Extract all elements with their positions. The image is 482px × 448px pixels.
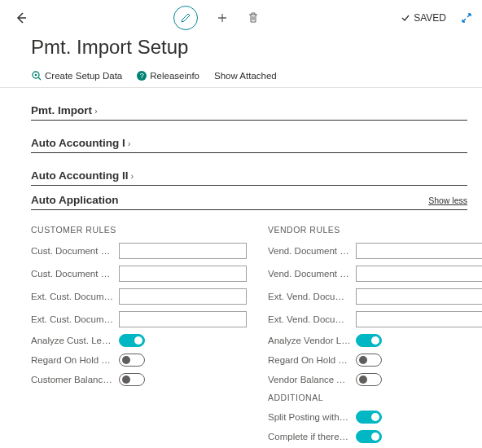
cust-balance-toggle[interactable] xyxy=(119,373,145,386)
field-label: Analyze Vendor Ledg... xyxy=(268,336,356,345)
fasttab-pmt-import[interactable]: Pmt. Import › xyxy=(31,96,467,121)
vend-balance-toggle[interactable] xyxy=(356,373,382,386)
saved-label: SAVED xyxy=(414,12,446,24)
field-label: Ext. Cust. Document ... xyxy=(31,292,119,301)
field-label: Vendor Balance Appli... xyxy=(268,375,356,384)
field-label: Customer Balance Ap... xyxy=(31,375,119,384)
plus-icon xyxy=(217,12,228,24)
cust-doc-2-input[interactable] xyxy=(119,266,247,282)
new-button[interactable] xyxy=(216,11,229,24)
field-cust-onhold: Regard On Hold on C... xyxy=(31,354,247,367)
action-create-setup-data[interactable]: Create Setup Data xyxy=(31,70,122,81)
fasttab-title: Auto Accounting II xyxy=(31,169,128,182)
split-posting-toggle[interactable] xyxy=(356,411,382,424)
edit-button[interactable] xyxy=(173,6,198,30)
fasttab-title: Auto Accounting I xyxy=(31,137,125,149)
field-label: Cust. Document No. ... xyxy=(31,269,119,279)
field-split-posting: Split Posting with Ext... xyxy=(268,411,482,424)
field-cust-doc-1: Cust. Document No. ... xyxy=(31,243,247,259)
question-icon: ? xyxy=(137,71,147,81)
arrow-left-icon xyxy=(15,11,28,24)
ext-cust-doc-2-input[interactable] xyxy=(119,311,247,327)
chevron-right-icon: › xyxy=(94,106,98,116)
field-analyze-vend: Analyze Vendor Ledg... xyxy=(268,334,482,347)
group-vendor-rules: VENDOR RULES xyxy=(268,225,482,235)
vend-onhold-toggle[interactable] xyxy=(356,354,382,367)
action-label: Show Attached xyxy=(214,71,277,81)
vend-doc-1-input[interactable] xyxy=(356,243,482,259)
field-label: Cust. Document No. ... xyxy=(31,246,119,256)
field-vend-doc-2: Vend. Document No. ... xyxy=(268,266,482,282)
field-vend-onhold: Regard On Hold on V... xyxy=(268,354,482,367)
customer-column: CUSTOMER RULES Cust. Document No. ... Cu… xyxy=(31,220,247,448)
field-ext-vend-doc-1: Ext. Vend. Document ... xyxy=(268,288,482,305)
chevron-right-icon: › xyxy=(130,171,134,181)
top-center-actions xyxy=(33,6,401,30)
chevron-right-icon: › xyxy=(128,138,131,148)
auto-application-columns: CUSTOMER RULES Cust. Document No. ... Cu… xyxy=(31,220,467,448)
vendor-column: VENDOR RULES Vend. Document No. ... Vend… xyxy=(268,220,482,448)
fasttab-auto-accounting-2[interactable]: Auto Accounting II › xyxy=(31,161,467,186)
field-ext-vend-doc-2: Ext. Vend. Document ... xyxy=(268,311,482,327)
fasttab-title: Pmt. Import xyxy=(31,104,92,116)
action-bar: Create Setup Data ? Releaseinfo Show Att… xyxy=(0,70,482,88)
content-area: Pmt. Import › Auto Accounting I › Auto A… xyxy=(0,88,482,448)
field-ext-cust-doc-2: Ext. Cust. Document ... xyxy=(31,311,247,327)
action-show-attached[interactable]: Show Attached xyxy=(214,70,277,81)
delete-button[interactable] xyxy=(247,11,260,24)
top-bar: SAVED xyxy=(0,0,482,36)
group-additional: ADDITIONAL xyxy=(268,393,482,402)
field-label: Vend. Document No. ... xyxy=(268,269,356,279)
field-label: Analyze Cust. Ledger ... xyxy=(31,336,119,345)
vend-doc-2-input[interactable] xyxy=(356,266,482,282)
analyze-vend-toggle[interactable] xyxy=(356,334,382,347)
cust-doc-1-input[interactable] xyxy=(119,243,247,259)
check-icon xyxy=(401,13,410,23)
page-title: Pmt. Import Setup xyxy=(0,36,482,70)
field-label: Ext. Vend. Document ... xyxy=(268,292,356,301)
pencil-icon xyxy=(180,12,191,24)
field-analyze-cust: Analyze Cust. Ledger ... xyxy=(31,334,247,347)
field-label: Regard On Hold on V... xyxy=(268,355,356,365)
field-label: Ext. Cust. Document ... xyxy=(31,314,119,324)
fasttab-auto-accounting-1[interactable]: Auto Accounting I › xyxy=(31,129,467,153)
trash-icon xyxy=(248,12,258,24)
field-label: Ext. Vend. Document ... xyxy=(268,314,356,324)
field-cust-doc-2: Cust. Document No. ... xyxy=(31,266,247,282)
cust-onhold-toggle[interactable] xyxy=(119,354,145,367)
action-releaseinfo[interactable]: ? Releaseinfo xyxy=(137,70,199,81)
section-title: Auto Application xyxy=(31,194,119,206)
back-button[interactable] xyxy=(10,7,33,29)
field-cust-balance: Customer Balance Ap... xyxy=(31,373,247,386)
gear-play-icon xyxy=(31,70,42,81)
expand-button[interactable] xyxy=(461,12,472,24)
section-auto-application: Auto Application Show less xyxy=(31,194,467,210)
field-label: Split Posting with Ext... xyxy=(268,412,356,422)
complete-if-toggle[interactable] xyxy=(356,430,382,443)
ext-vend-doc-1-input[interactable] xyxy=(356,288,482,305)
field-complete-if: Complete if there is a... xyxy=(268,430,482,443)
analyze-cust-toggle[interactable] xyxy=(119,334,145,347)
show-less-link[interactable]: Show less xyxy=(428,195,467,205)
action-label: Releaseinfo xyxy=(150,71,199,81)
svg-point-1 xyxy=(35,74,37,77)
field-label: Vend. Document No. ... xyxy=(268,246,356,256)
saved-indicator: SAVED xyxy=(401,12,446,24)
field-vend-balance: Vendor Balance Appli... xyxy=(268,373,482,386)
ext-vend-doc-2-input[interactable] xyxy=(356,311,482,327)
field-label: Complete if there is a... xyxy=(268,432,356,441)
group-customer-rules: CUSTOMER RULES xyxy=(31,225,247,235)
field-label: Regard On Hold on C... xyxy=(31,355,119,365)
expand-icon xyxy=(461,12,472,24)
ext-cust-doc-1-input[interactable] xyxy=(119,288,247,305)
field-vend-doc-1: Vend. Document No. ... xyxy=(268,243,482,259)
action-label: Create Setup Data xyxy=(45,71,122,81)
field-ext-cust-doc-1: Ext. Cust. Document ... xyxy=(31,288,247,305)
